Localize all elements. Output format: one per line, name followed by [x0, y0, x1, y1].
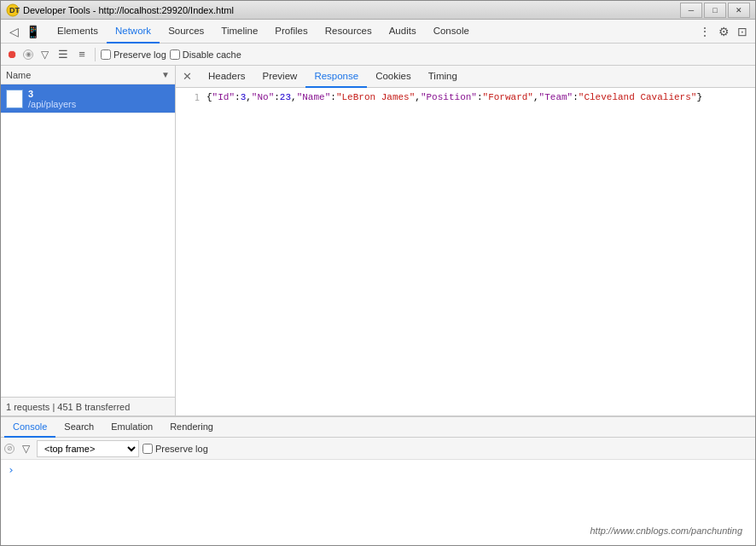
restore-button[interactable]: □: [704, 3, 726, 18]
more-view-button[interactable]: ≡: [74, 47, 90, 62]
window-controls: ─ □ ✕: [680, 3, 750, 18]
tab-audits[interactable]: Audits: [381, 20, 425, 44]
tab-console[interactable]: Console: [425, 20, 478, 44]
window-title: Developer Tools - http://localhost:29920…: [23, 5, 680, 15]
minimize-button[interactable]: ─: [680, 3, 702, 18]
panel-footer: 1 requests | 451 B transferred: [1, 397, 175, 415]
json-response: {"Id":3,"No":23,"Name":"LeBron James","P…: [206, 92, 702, 102]
undock-button[interactable]: ⊡: [733, 22, 752, 41]
bottom-tab-emulation[interactable]: Emulation: [102, 417, 161, 438]
detail-tab-response[interactable]: Response: [305, 66, 367, 88]
response-line-1: 1 {"Id":3,"No":23,"Name":"LeBron James",…: [176, 91, 755, 104]
detail-tab-cookies[interactable]: Cookies: [367, 66, 420, 88]
more-options-button[interactable]: ⋮: [695, 22, 714, 41]
prompt-arrow-icon: ›: [8, 463, 15, 476]
requests-summary: 1 requests | 451 B transferred: [6, 402, 130, 412]
main-tab-bar: ◁ 📱 Elements Network Sources Timeline Pr…: [1, 20, 755, 44]
network-item[interactable]: 3 /api/players: [1, 84, 175, 113]
network-toolbar: ⏺ ◉ ▽ ☰ ≡ Preserve log Disable cache: [1, 44, 755, 66]
preserve-log-label[interactable]: Preserve log: [101, 49, 166, 60]
tab-sources[interactable]: Sources: [160, 20, 212, 44]
preserve-log-checkbox[interactable]: [101, 49, 111, 60]
file-icon: [6, 90, 23, 108]
console-stop-icon: ⊘: [4, 444, 15, 454]
settings-button[interactable]: ⚙: [714, 22, 733, 41]
bottom-tab-search[interactable]: Search: [55, 417, 102, 438]
network-right-panel: ✕ Headers Preview Response Cookies Timin…: [176, 66, 755, 415]
detail-tab-bar: ✕ Headers Preview Response Cookies Timin…: [176, 66, 755, 88]
filter-button[interactable]: ▽: [37, 47, 52, 62]
back-button[interactable]: ◁: [4, 22, 23, 41]
detail-tab-headers[interactable]: Headers: [200, 66, 253, 88]
tab-profiles[interactable]: Profiles: [266, 20, 316, 44]
close-button[interactable]: ✕: [728, 3, 750, 18]
tab-timeline[interactable]: Timeline: [212, 20, 266, 44]
tab-network[interactable]: Network: [107, 20, 160, 44]
line-number: 1: [176, 92, 206, 103]
stop-button[interactable]: ◉: [23, 49, 33, 60]
svg-text:DT: DT: [9, 6, 20, 15]
close-detail-button[interactable]: ✕: [179, 69, 195, 84]
network-list[interactable]: 3 /api/players: [1, 84, 175, 397]
response-area: 1 {"Id":3,"No":23,"Name":"LeBron James",…: [176, 88, 755, 415]
content-area: Name ▼ 3 /api/players 1 requests | 451 B…: [1, 66, 755, 415]
record-button[interactable]: ⏺: [4, 47, 20, 62]
network-left-panel: Name ▼ 3 /api/players 1 requests | 451 B…: [1, 66, 176, 415]
console-toolbar: ⊘ ▽ <top frame> Preserve log: [1, 438, 755, 460]
title-bar: DT Developer Tools - http://localhost:29…: [1, 1, 755, 20]
disable-cache-label[interactable]: Disable cache: [170, 49, 241, 60]
detail-tab-timing[interactable]: Timing: [420, 66, 466, 88]
frame-selector[interactable]: <top frame>: [37, 440, 139, 457]
sort-icon: ▼: [161, 70, 170, 79]
detail-tab-preview[interactable]: Preview: [253, 66, 305, 88]
panel-header: Name ▼: [1, 66, 175, 84]
separator-1: [95, 48, 96, 61]
console-preserve-log-label[interactable]: Preserve log: [142, 444, 208, 454]
item-number: 3: [28, 89, 76, 99]
device-icon[interactable]: 📱: [23, 22, 42, 41]
devtools-icon: DT: [6, 3, 20, 17]
disable-cache-checkbox[interactable]: [170, 49, 180, 60]
bottom-tab-console[interactable]: Console: [4, 417, 55, 438]
tab-resources[interactable]: Resources: [317, 20, 381, 44]
list-view-button[interactable]: ☰: [55, 47, 71, 62]
bottom-tab-bar: Console Search Emulation Rendering: [1, 417, 755, 438]
console-filter-button[interactable]: ▽: [18, 441, 33, 456]
item-path: /api/players: [28, 99, 76, 109]
bottom-tab-rendering[interactable]: Rendering: [161, 417, 222, 438]
tab-elements[interactable]: Elements: [49, 20, 107, 44]
console-prompt: ›: [8, 463, 748, 476]
watermark: http://www.cnblogs.com/panchunting: [590, 526, 742, 536]
name-column-header: Name: [6, 70, 161, 80]
console-preserve-log-checkbox[interactable]: [142, 444, 153, 454]
